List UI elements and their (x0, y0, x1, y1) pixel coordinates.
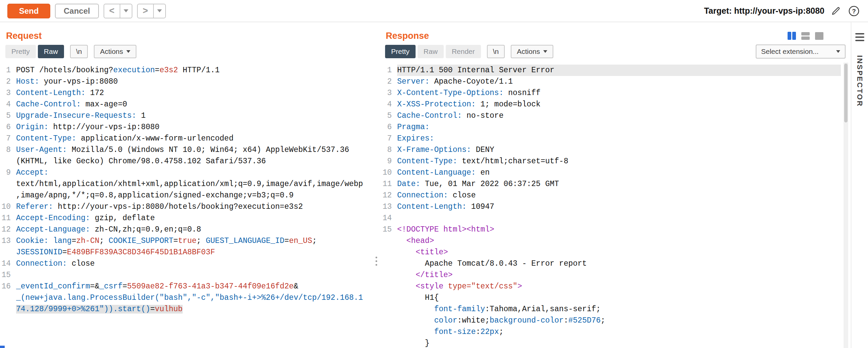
panel-resize-handle[interactable] (376, 257, 377, 266)
line-number: 10 (380, 167, 397, 178)
back-button[interactable]: < (104, 4, 120, 18)
columns-icon (787, 32, 791, 40)
line-number: 11 (0, 212, 16, 224)
chevron-down-icon (543, 50, 547, 53)
line-number: 14 (380, 212, 397, 224)
tab-response-pretty[interactable]: Pretty (385, 45, 415, 58)
line-number: 5 (380, 110, 397, 121)
edit-target-button[interactable] (829, 4, 842, 18)
line-text: User-Agent: Mozilla/5.0 (Windows NT 10.0… (16, 144, 365, 167)
panel-divider (373, 23, 380, 348)
code-line: 15<!DOCTYPE html><html> (380, 224, 841, 235)
line-number: 16 (0, 281, 16, 292)
code-line: 7Content-Type: application/x-www-form-ur… (0, 133, 373, 144)
code-line: 11Date: Tue, 01 Mar 2022 06:37:25 GMT (380, 178, 841, 190)
main-area: Request Pretty Raw \n Actions 1POST /hot… (0, 23, 868, 348)
send-button[interactable]: Send (7, 4, 50, 19)
line-number: 6 (0, 121, 16, 133)
line-number: 3 (0, 87, 16, 99)
help-icon: ? (848, 5, 860, 17)
code-line: 8X-Frame-Options: DENY (380, 144, 841, 155)
request-tabs: Pretty Raw \n Actions (0, 41, 373, 62)
request-editor[interactable]: 1POST /hotels/booking?execution=e3s2 HTT… (0, 62, 373, 315)
layout-single-button[interactable] (814, 31, 824, 40)
inspector-tab[interactable]: INSPECTOR (855, 55, 864, 107)
line-text: Content-Type: application/x-www-form-url… (16, 133, 365, 144)
scrollbar-track[interactable] (843, 63, 848, 348)
code-line: font-family:Tahoma,Arial,sans-serif; (380, 304, 841, 315)
code-line: 1HTTP/1.1 500 Internal Server Error (380, 65, 841, 76)
code-line: 3X-Content-Type-Options: nosniff (380, 87, 841, 99)
layout-columns-button[interactable] (787, 31, 797, 40)
code-line: <title> (380, 247, 841, 258)
line-text: _eventId_confirm=&_csrf=5509ae82-f763-41… (16, 281, 365, 315)
select-extension-dropdown[interactable]: Select extension... (756, 44, 845, 59)
line-text: font-size:22px; (397, 326, 841, 338)
code-line: 8User-Agent: Mozilla/5.0 (Windows NT 10.… (0, 144, 373, 167)
code-line: H1{ (380, 292, 841, 304)
cancel-button[interactable]: Cancel (55, 4, 99, 19)
line-text: <style type="text/css"> (397, 281, 841, 292)
code-line: 1POST /hotels/booking?execution=e3s2 HTT… (0, 65, 373, 76)
tab-request-raw[interactable]: Raw (38, 45, 64, 58)
line-text: Connection: close (397, 190, 841, 201)
code-line: 13Content-Length: 10947 (380, 201, 841, 212)
line-text: Origin: http://your-vps-ip:8080 (16, 121, 365, 133)
line-number: 7 (0, 133, 16, 144)
layout-rows-button[interactable] (801, 31, 810, 40)
line-number: 7 (380, 133, 397, 144)
svg-text:?: ? (852, 7, 856, 14)
response-actions-button[interactable]: Actions (511, 45, 553, 58)
line-text: Referer: http://your-vps-ip:8080/hotels/… (16, 201, 365, 212)
line-text: <title> (397, 247, 841, 258)
code-line: } (380, 338, 841, 348)
forward-dropdown-button[interactable] (154, 4, 165, 18)
line-number: 6 (380, 121, 397, 133)
columns-icon (792, 32, 796, 40)
response-viewer: 1HTTP/1.1 500 Internal Server Error2Serv… (380, 62, 841, 348)
line-number: 15 (0, 269, 16, 281)
back-dropdown-button[interactable] (120, 4, 132, 18)
line-text: Connection: close (16, 258, 365, 269)
request-actions-button[interactable]: Actions (94, 45, 136, 58)
line-text: Server: Apache-Coyote/1.1 (397, 76, 841, 87)
line-number: 2 (380, 76, 397, 87)
code-line: 14 (380, 212, 841, 224)
pencil-icon (831, 6, 841, 16)
line-number: 13 (0, 235, 16, 247)
forward-button[interactable]: > (138, 4, 153, 18)
tab-response-render[interactable]: Render (446, 45, 481, 58)
line-number: 9 (0, 167, 16, 178)
newline-toggle-button[interactable]: \n (70, 45, 88, 58)
chevron-down-icon (157, 9, 162, 12)
line-number: 15 (380, 224, 397, 235)
line-number: 12 (380, 190, 397, 201)
code-line: 11Accept-Encoding: gzip, deflate (0, 212, 373, 224)
newline-toggle-button[interactable]: \n (487, 45, 505, 58)
line-text: <!DOCTYPE html><html> (397, 224, 841, 235)
chevron-down-icon (124, 9, 128, 12)
line-text: font-family:Tahoma,Arial,sans-serif; (397, 304, 841, 315)
inspector-menu-button[interactable] (855, 33, 864, 41)
line-text: Content-Length: 10947 (397, 201, 841, 212)
tab-request-pretty[interactable]: Pretty (5, 45, 36, 58)
code-line: 5Cache-Control: no-store (380, 110, 841, 121)
chevron-down-icon (126, 50, 130, 53)
code-line: <style type="text/css"> (380, 281, 841, 292)
request-panel: Request Pretty Raw \n Actions 1POST /hot… (0, 23, 373, 348)
code-line: 7Expires: (380, 133, 841, 144)
code-line: </title> (380, 269, 841, 281)
line-text: Content-Language: en (397, 167, 841, 178)
code-line: 6Origin: http://your-vps-ip:8080 (0, 121, 373, 133)
tab-response-raw[interactable]: Raw (417, 45, 444, 58)
chevron-down-icon (836, 50, 840, 53)
code-line: 13Cookie: lang=zh-CN; COOKIE_SUPPORT=tru… (0, 235, 373, 258)
inspector-strip: INSPECTOR (851, 23, 868, 348)
help-button[interactable]: ? (847, 4, 861, 18)
line-text: </title> (397, 269, 841, 281)
line-text: Expires: (397, 133, 841, 144)
line-text: Pragma: (397, 121, 841, 133)
line-number: 4 (0, 99, 16, 110)
scrollbar-thumb[interactable] (844, 64, 847, 123)
code-line: 14Connection: close (0, 258, 373, 269)
